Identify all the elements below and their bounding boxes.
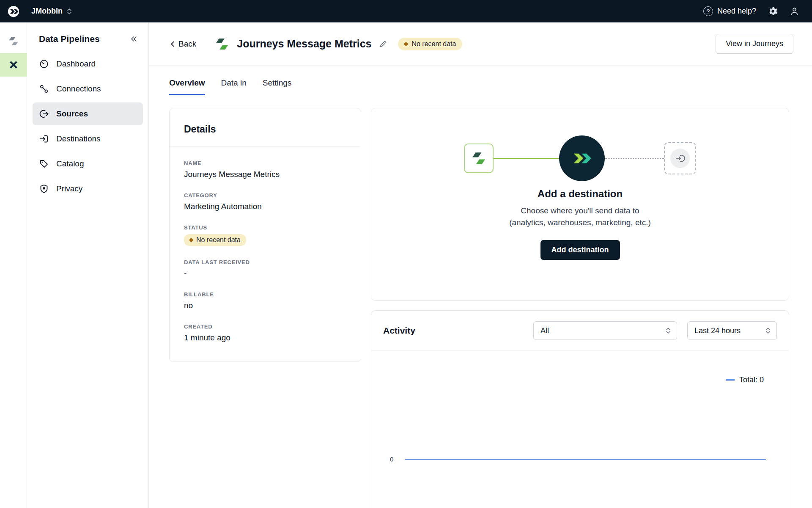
tab-overview[interactable]: Overview xyxy=(169,78,205,95)
field-category: CATEGORY Marketing Automation xyxy=(184,192,346,211)
field-value: Marketing Automation xyxy=(184,202,346,211)
customerio-logo-icon xyxy=(571,147,593,169)
catalog-icon xyxy=(39,159,49,169)
rail-data-pipelines-icon[interactable] xyxy=(0,53,27,77)
journeys-source-icon xyxy=(470,150,487,167)
arrow-into-circle-icon xyxy=(670,149,690,168)
edit-title-button[interactable] xyxy=(379,39,388,48)
sidebar-item-connections[interactable]: Connections xyxy=(33,77,143,100)
field-value: no xyxy=(184,301,346,310)
field-value: - xyxy=(184,269,346,278)
activity-title: Activity xyxy=(383,326,533,336)
add-destination-panel: Add a destination Choose where you'll se… xyxy=(371,108,789,301)
chart-legend: Total: 0 xyxy=(726,375,764,384)
activity-chart: Total: 0 0 xyxy=(371,351,789,508)
chart-series-line xyxy=(405,459,766,460)
connections-icon xyxy=(39,84,49,94)
activity-range-value: Last 24 hours xyxy=(694,326,741,335)
field-value: 1 minute ago xyxy=(184,333,346,342)
sidebar-item-label: Connections xyxy=(56,84,101,94)
account-button[interactable] xyxy=(790,6,799,16)
workspace-name: JMobbin xyxy=(31,7,63,16)
question-mark-icon: ? xyxy=(703,6,713,16)
tab-settings[interactable]: Settings xyxy=(263,78,292,95)
topbar-actions: ? Need help? xyxy=(703,6,812,16)
connector-line-dotted xyxy=(605,158,664,159)
field-label: STATUS xyxy=(184,224,346,231)
sources-icon xyxy=(39,109,49,119)
need-help-button[interactable]: ? Need help? xyxy=(703,6,756,16)
sidebar-item-destinations[interactable]: Destinations xyxy=(33,127,143,150)
settings-gear-button[interactable] xyxy=(768,6,778,16)
activity-range-select[interactable]: Last 24 hours xyxy=(687,321,777,340)
destinations-icon xyxy=(39,134,49,144)
rail-journeys-icon[interactable] xyxy=(0,29,27,53)
sidebar: Data Pipelines Dashboard Connections Sou… xyxy=(27,22,149,508)
customerio-node xyxy=(559,135,605,181)
topbar: JMobbin ? Need help? xyxy=(0,0,812,22)
gear-icon xyxy=(768,6,778,16)
chevron-left-icon xyxy=(169,40,177,48)
brand-logo-icon[interactable] xyxy=(0,5,27,18)
dashboard-icon xyxy=(39,59,49,69)
field-label: NAME xyxy=(184,160,346,166)
field-data-last-received: DATA LAST RECEIVED - xyxy=(184,259,346,278)
status-badge-label: No recent data xyxy=(411,40,456,48)
double-chevron-left-icon xyxy=(129,35,138,43)
add-destination-button[interactable]: Add destination xyxy=(540,240,620,260)
view-in-journeys-button[interactable]: View in Journeys xyxy=(716,34,793,54)
field-label: BILLABLE xyxy=(184,291,346,298)
field-name: NAME Journeys Message Metrics xyxy=(184,160,346,179)
person-icon xyxy=(790,6,799,16)
workspace-switcher[interactable]: JMobbin xyxy=(27,3,76,19)
destination-placeholder-node[interactable] xyxy=(664,142,696,174)
status-dot-icon xyxy=(404,42,408,46)
connector-line-solid xyxy=(494,158,559,159)
pipeline-diagram xyxy=(464,135,696,181)
field-status: STATUS No recent data xyxy=(184,224,346,246)
description-line-1: Choose where you'll send data to xyxy=(521,206,639,215)
pencil-icon xyxy=(379,39,388,48)
field-label: CATEGORY xyxy=(184,192,346,199)
activity-panel: Activity All Last 24 hours xyxy=(371,310,789,508)
field-label: DATA LAST RECEIVED xyxy=(184,259,346,265)
activity-type-value: All xyxy=(540,326,549,335)
sidebar-item-dashboard[interactable]: Dashboard xyxy=(33,52,143,75)
main-content: Back Journeys Message Metrics No recent … xyxy=(149,22,812,508)
status-badge: No recent data xyxy=(184,234,246,246)
chevron-updown-icon xyxy=(765,327,771,334)
activity-type-select[interactable]: All xyxy=(533,321,677,340)
sidebar-item-label: Catalog xyxy=(56,159,84,168)
page-header: Back Journeys Message Metrics No recent … xyxy=(149,22,812,66)
add-destination-title: Add a destination xyxy=(538,188,623,200)
back-label: Back xyxy=(178,39,196,49)
sidebar-item-sources[interactable]: Sources xyxy=(33,102,143,125)
back-button[interactable]: Back xyxy=(169,39,196,49)
sidebar-collapse-button[interactable] xyxy=(129,35,138,43)
privacy-shield-icon xyxy=(39,184,49,194)
legend-label: Total: 0 xyxy=(739,375,764,384)
legend-line-swatch xyxy=(726,379,735,381)
field-billable: BILLABLE no xyxy=(184,291,346,310)
chevron-updown-icon xyxy=(666,327,671,334)
details-card: Details NAME Journeys Message Metrics CA… xyxy=(169,108,361,362)
field-created: CREATED 1 minute ago xyxy=(184,323,346,342)
field-label: CREATED xyxy=(184,323,346,330)
sidebar-item-label: Destinations xyxy=(56,134,101,144)
y-axis-tick-zero: 0 xyxy=(390,456,393,463)
sidebar-item-label: Dashboard xyxy=(56,59,96,69)
status-dot-icon xyxy=(189,238,193,242)
description-line-2: (analytics, warehouses, marketing, etc.) xyxy=(509,218,651,227)
journeys-source-icon xyxy=(214,36,230,52)
product-rail xyxy=(0,22,27,508)
add-destination-description: Choose where you'll send data to (analyt… xyxy=(509,205,651,228)
sidebar-item-privacy[interactable]: Privacy xyxy=(33,177,143,200)
status-badge: No recent data xyxy=(398,38,462,50)
chevron-updown-icon xyxy=(67,8,72,15)
field-value: Journeys Message Metrics xyxy=(184,170,346,179)
sidebar-item-label: Sources xyxy=(56,109,88,119)
tab-bar: Overview Data in Settings xyxy=(149,78,812,95)
sidebar-item-catalog[interactable]: Catalog xyxy=(33,152,143,175)
status-badge-label: No recent data xyxy=(196,236,241,244)
tab-data-in[interactable]: Data in xyxy=(221,78,247,95)
